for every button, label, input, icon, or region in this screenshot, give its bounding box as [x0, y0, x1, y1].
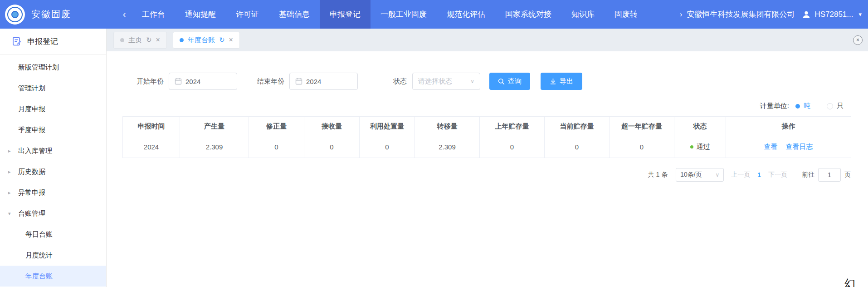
- next-page-button[interactable]: 下一页: [768, 171, 787, 179]
- tab-options-icon[interactable]: ×: [853, 35, 863, 45]
- nav-item-basic-info[interactable]: 基础信息: [269, 0, 320, 29]
- nav-menu: 工作台 通知提醒 许可证 基础信息 申报登记 一般工业固废 规范化评估 国家系统…: [132, 0, 637, 29]
- nav-item-declaration[interactable]: 申报登记: [320, 0, 371, 29]
- nav-item-workbench[interactable]: 工作台: [132, 0, 175, 29]
- goto-page-input[interactable]: [818, 168, 841, 182]
- col-over-one-year-storage: 超一年贮存量: [610, 117, 674, 136]
- sidebar-item-quarterly-declaration[interactable]: 季度申报: [0, 119, 106, 140]
- start-year-field[interactable]: [169, 73, 237, 90]
- unit-label: 计量单位:: [760, 102, 789, 110]
- cell-transferred: 2.309: [415, 136, 480, 158]
- cell-prev-year-storage: 0: [480, 136, 545, 158]
- sidebar-item-daily-ledger[interactable]: 每日台账: [0, 224, 106, 245]
- tab-dot-icon: [120, 38, 124, 42]
- cell-over-one-year-storage: 0: [610, 136, 674, 158]
- company-name: 安徽恒生科技发展集团有限公司: [687, 9, 795, 20]
- sidebar-item-history-data[interactable]: ▸历史数据: [0, 161, 106, 182]
- sidebar-item-new-management-plan[interactable]: 新版管理计划: [0, 57, 106, 78]
- status-select[interactable]: 请选择状态 ∨: [412, 73, 480, 90]
- pagination-total: 共 1 条: [648, 171, 668, 179]
- caret-right-icon: ▸: [8, 161, 11, 182]
- username[interactable]: HS72851...: [814, 10, 853, 19]
- col-actions: 操作: [726, 117, 851, 136]
- nav-item-waste-transfer[interactable]: 固废转: [605, 0, 637, 29]
- col-status: 状态: [674, 117, 726, 136]
- declaration-doc-icon: [12, 36, 22, 46]
- col-prev-year-storage: 上年贮存量: [480, 117, 545, 136]
- search-button[interactable]: 查询: [489, 73, 530, 90]
- nav-user-area: › 安徽恒生科技发展集团有限公司 HS72851... ▾: [679, 9, 862, 20]
- sidebar-item-monthly-declaration[interactable]: 月度申报: [0, 99, 106, 119]
- chevron-down-icon: ∨: [715, 172, 719, 178]
- tab-home-label: 主页: [128, 36, 142, 45]
- download-icon: [550, 78, 556, 85]
- search-icon: [498, 78, 505, 85]
- status-dot-icon: [690, 145, 693, 148]
- view-log-link[interactable]: 查看日志: [786, 143, 813, 150]
- tab-annual-ledger-label: 年度台账: [188, 36, 215, 45]
- page-number-1[interactable]: 1: [757, 171, 761, 178]
- tab-dot-icon: [180, 38, 184, 42]
- tab-home[interactable]: 主页 ↻ ×: [113, 32, 167, 49]
- chevron-right-icon[interactable]: ›: [680, 10, 682, 19]
- unit-radio-piece[interactable]: 只: [827, 102, 844, 110]
- sidebar-item-management-plan[interactable]: 管理计划: [0, 78, 106, 99]
- nav-item-license[interactable]: 许可证: [226, 0, 269, 29]
- sidebar-menu: 新版管理计划 管理计划 月度申报 季度申报 ▸出入库管理 ▸历史数据 ▸异常申报…: [0, 54, 106, 287]
- nav-item-knowledge-base[interactable]: 知识库: [561, 0, 605, 29]
- nav-item-notifications[interactable]: 通知提醒: [175, 0, 226, 29]
- cell-declaration-time: 2024: [123, 136, 180, 158]
- col-transferred: 转移量: [415, 117, 480, 136]
- caret-down-icon: ▾: [8, 203, 11, 224]
- sidebar-item-monthly-statistics[interactable]: 月度统计: [0, 245, 106, 266]
- close-icon[interactable]: ×: [229, 36, 233, 44]
- sidebar-item-annual-ledger[interactable]: 年度台账: [0, 266, 106, 287]
- status-label: 状态: [393, 77, 407, 86]
- refresh-icon[interactable]: ↻: [219, 36, 225, 44]
- end-year-field[interactable]: [289, 73, 358, 90]
- cell-generated: 2.309: [180, 136, 249, 158]
- status-badge: 通过: [697, 143, 710, 151]
- main-area: 主页 ↻ × 年度台账 ↻ × × 开始年份: [107, 29, 868, 287]
- unit-radio-ton[interactable]: 吨: [795, 102, 810, 110]
- page-size-select[interactable]: 10条/页 ∨: [676, 168, 724, 182]
- tab-bar: 主页 ↻ × 年度台账 ↻ × ×: [107, 29, 868, 51]
- nav-item-national-system[interactable]: 国家系统对接: [495, 0, 561, 29]
- start-year-input[interactable]: [185, 78, 231, 85]
- nav-item-standardized-assessment[interactable]: 规范化评估: [437, 0, 495, 29]
- col-utilized-disposed: 利用处置量: [360, 117, 415, 136]
- end-year-input[interactable]: [306, 78, 352, 85]
- caret-right-icon: ▸: [8, 140, 11, 161]
- chevron-down-icon[interactable]: ▾: [858, 11, 862, 18]
- col-received: 接收量: [304, 117, 360, 136]
- sidebar-header: 申报登记: [0, 29, 106, 54]
- refresh-icon[interactable]: ↻: [146, 36, 152, 44]
- calendar-icon: [175, 78, 182, 85]
- goto-label: 前往: [802, 171, 814, 179]
- tab-annual-ledger[interactable]: 年度台账 ↻ ×: [173, 32, 240, 49]
- floating-widget[interactable]: 幻: [844, 277, 855, 287]
- cell-corrected: 0: [249, 136, 304, 158]
- view-link[interactable]: 查看: [764, 143, 777, 150]
- sidebar-item-inout-management[interactable]: ▸出入库管理: [0, 140, 106, 161]
- col-corrected: 修正量: [249, 117, 304, 136]
- cell-received: 0: [304, 136, 360, 158]
- table-row: 2024 2.309 0 0 0 2.309 0 0 0 通过: [123, 136, 851, 158]
- annual-ledger-table: 申报时间 产生量 修正量 接收量 利用处置量 转移量 上年贮存量 当前贮存量 超…: [122, 116, 851, 158]
- nav-collapse-icon[interactable]: ‹: [117, 9, 132, 20]
- start-year-label: 开始年份: [137, 77, 164, 86]
- sidebar-item-ledger-management[interactable]: ▾台账管理: [0, 203, 106, 224]
- nav-item-general-industrial-waste[interactable]: 一般工业固废: [371, 0, 437, 29]
- goto-unit-label: 页: [844, 171, 851, 179]
- sidebar: 申报登记 新版管理计划 管理计划 月度申报 季度申报 ▸出入库管理 ▸历史数据 …: [0, 29, 107, 287]
- sidebar-title: 申报登记: [27, 36, 58, 47]
- export-button[interactable]: 导出: [541, 73, 582, 90]
- pagination: 共 1 条 10条/页 ∨ 上一页 1 下一页 前往 页: [107, 168, 851, 182]
- user-icon: [802, 10, 811, 19]
- prev-page-button[interactable]: 上一页: [731, 171, 750, 179]
- sidebar-item-abnormal-declaration[interactable]: ▸异常申报: [0, 182, 106, 203]
- content-panel: 开始年份 结束年份: [107, 73, 868, 287]
- col-generated: 产生量: [180, 117, 249, 136]
- close-icon[interactable]: ×: [156, 36, 160, 44]
- caret-right-icon: ▸: [8, 182, 11, 203]
